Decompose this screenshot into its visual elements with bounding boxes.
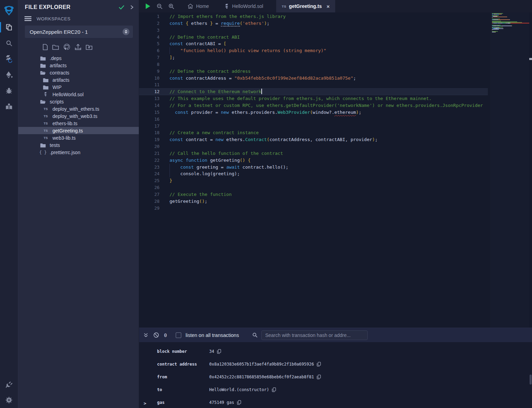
search-icon[interactable]: [0, 35, 18, 51]
line-number: 12: [139, 88, 159, 95]
folder-icon: [43, 85, 49, 90]
copy-icon[interactable]: [217, 349, 221, 354]
solidity-icon: [225, 3, 229, 9]
remix-logo-icon[interactable]: [0, 2, 18, 19]
tree-item[interactable]: artifacts: [18, 76, 139, 83]
tree-item[interactable]: scripts: [18, 98, 139, 105]
tree-item[interactable]: tests: [18, 141, 139, 149]
code-line: 18// Create a new contract instance: [139, 129, 488, 136]
clone-github-icon[interactable]: [63, 43, 70, 50]
line-number: 26: [139, 184, 159, 191]
upload-file-icon[interactable]: [75, 44, 81, 50]
home-icon: [187, 3, 193, 9]
editor: 1// Import ethers from the ethers.js lib…: [139, 12, 532, 328]
tree-item[interactable]: HelloWorld.sol: [18, 91, 139, 98]
line-number: 4: [139, 34, 159, 41]
workspaces-menu-icon[interactable]: [24, 16, 32, 21]
solidity-compiler-icon[interactable]: [0, 51, 18, 67]
copy-icon[interactable]: [237, 400, 241, 405]
terminal-search-input[interactable]: [261, 330, 368, 340]
zoom-out-icon[interactable]: [154, 0, 165, 12]
run-script-button[interactable]: [142, 0, 154, 12]
line-number: 10: [139, 75, 159, 82]
file-actions-toolbar: [18, 40, 139, 53]
tree-item-label: scripts: [50, 99, 64, 105]
tree-item-label: contracts: [50, 70, 69, 76]
workspace-dropdown[interactable]: OpenZeppelin ERC20 - 1: [25, 26, 133, 38]
detail-label: contract address: [139, 362, 209, 367]
code-line: 23 const greeting = await contract.hello…: [139, 164, 488, 171]
copy-icon[interactable]: [317, 375, 321, 379]
pending-tx-count: 0: [164, 332, 167, 338]
upload-folder-icon[interactable]: [86, 44, 93, 50]
clear-console-icon[interactable]: [153, 332, 159, 338]
code-line: 28getGreeting();: [139, 198, 488, 205]
listen-transactions-checkbox[interactable]: [176, 332, 181, 338]
transaction-detail-row: contract address0x8a120383e6057b1f3aef4f…: [139, 358, 532, 370]
tree-item-label: artifacts: [50, 63, 67, 68]
code-line: 12// Connect to the Ethereum network: [139, 88, 488, 95]
terminal-prompt[interactable]: >: [144, 401, 146, 406]
code-line: 2const { ethers } = require('ethers');: [139, 20, 488, 27]
editor-scrollbar[interactable]: [529, 12, 532, 328]
code-line: 6 "function hello() public view returns …: [139, 47, 488, 54]
tree-item[interactable]: contracts: [18, 69, 139, 76]
tree-item[interactable]: TSgetGreeting.ts: [18, 127, 139, 134]
close-tab-icon[interactable]: ×: [327, 3, 330, 9]
detail-label: block number: [139, 349, 209, 354]
tree-item-label: WIP: [52, 84, 61, 90]
tree-item[interactable]: artifacts: [18, 62, 139, 69]
line-number: 8: [139, 61, 159, 68]
scrollbar-marker: [529, 58, 532, 60]
new-file-icon[interactable]: [42, 44, 48, 50]
line-number: 14: [139, 102, 159, 109]
code-line: 10const contractAddress = "0xb54febb5c0c…: [139, 75, 488, 82]
file-explorer-icon[interactable]: [0, 19, 18, 35]
copy-icon[interactable]: [317, 362, 321, 367]
tree-item-label: HelloWorld.sol: [52, 92, 84, 97]
code-line: 24 console.log(greeting);: [139, 170, 488, 177]
tab-helloworld-sol[interactable]: HelloWorld.sol: [219, 0, 269, 12]
accept-check-icon[interactable]: [118, 4, 125, 10]
tree-item[interactable]: { }.prettierrc.json: [18, 149, 139, 156]
tree-item[interactable]: TSdeploy_with_ethers.ts: [18, 105, 139, 112]
code-editor[interactable]: 1// Import ethers from the ethers.js lib…: [139, 12, 488, 328]
code-line: 25}: [139, 177, 488, 184]
code-line: 1// Import ethers from the ethers.js lib…: [139, 13, 488, 20]
tree-item[interactable]: TSdeploy_with_web3.ts: [18, 112, 139, 120]
settings-gear-icon[interactable]: [0, 392, 18, 408]
tree-item[interactable]: TSethers-lib.ts: [18, 120, 139, 127]
line-number: 11: [139, 81, 159, 88]
copy-icon[interactable]: [272, 387, 276, 392]
minimap[interactable]: [490, 12, 529, 328]
tab-home[interactable]: Home: [182, 0, 214, 12]
typescript-icon: TS: [43, 122, 49, 125]
new-folder-icon[interactable]: [52, 44, 59, 50]
line-number: 22: [139, 157, 159, 164]
tree-item[interactable]: WIP: [18, 83, 139, 91]
tree-item[interactable]: TSweb3-lib.ts: [18, 134, 139, 141]
detail-label: to: [139, 387, 209, 392]
tree-item[interactable]: .deps: [18, 54, 139, 62]
detail-value: 34: [209, 349, 214, 354]
transaction-detail-row: from0x42452c22c88178685850e68beb6cf0f2ae…: [139, 370, 532, 383]
code-line: 14// For a testnet or custom RPC, use et…: [139, 102, 488, 109]
code-line: 11: [139, 81, 488, 88]
debugger-icon[interactable]: [0, 83, 18, 99]
workspace-selected: OpenZeppelin ERC20 - 1: [30, 29, 123, 35]
line-number: 29: [139, 205, 159, 212]
zoom-in-icon[interactable]: [165, 0, 177, 12]
deploy-and-run-icon[interactable]: [0, 67, 18, 83]
line-number: 3: [139, 27, 159, 34]
chevron-right-icon[interactable]: [130, 4, 134, 10]
typescript-icon: TS: [43, 107, 49, 111]
transaction-detail-row: block number34: [139, 345, 532, 358]
tab-bar: Home HelloWorld.sol TS getGreeting.ts ×: [139, 0, 532, 12]
terminal-scrollbar[interactable]: [530, 375, 532, 385]
plugin-manager-icon[interactable]: [0, 376, 18, 392]
learneth-icon[interactable]: [0, 99, 18, 115]
collapse-terminal-icon[interactable]: [143, 332, 148, 338]
tab-getgreeting-ts[interactable]: TS getGreeting.ts ×: [276, 0, 335, 12]
transaction-details: block number34contract address0x8a120383…: [139, 342, 532, 408]
tree-item-label: deploy_with_ethers.ts: [52, 106, 99, 112]
